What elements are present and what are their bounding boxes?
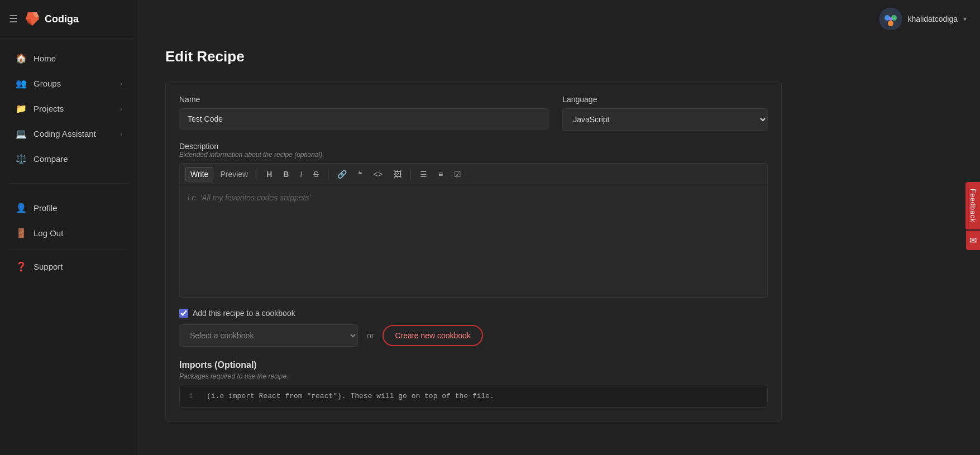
description-label: Description [179,142,768,151]
imports-code-editor[interactable]: 1 (i.e import React from "react"). These… [179,385,768,408]
chevron-right-icon: › [120,130,122,138]
sidebar-item-profile-label: Profile [34,203,58,213]
feedback-mail-button[interactable]: ✉ [966,231,980,250]
sidebar-item-logout[interactable]: 🚪 Log Out [4,221,133,245]
toolbar-separator-1 [257,169,257,180]
language-group: Language JavaScript TypeScript Python Ja… [562,95,768,131]
mail-icon: ✉ [969,236,977,245]
chevron-right-icon: › [120,105,122,113]
edit-recipe-form: Name Language JavaScript TypeScript Pyth… [165,81,782,422]
nav-main: 🏠 Home 👥 Groups › 📁 Projects › 💻 Coding … [0,39,138,179]
logo-text: Codiga [45,13,79,25]
strikethrough-btn[interactable]: S [309,167,323,181]
editor-toolbar: Write Preview H B I S 🔗 ❝ <> 🖼 ☰ [180,164,767,185]
nav-divider [9,183,129,184]
sidebar-item-home-label: Home [34,54,56,63]
username-label: khalidatcodiga [907,15,958,23]
code-btn[interactable]: <> [369,167,387,181]
projects-icon: 📁 [16,103,27,114]
codiga-logo-icon [23,10,41,28]
description-textarea[interactable]: i.e. 'All my favorites codes snippets' [180,185,767,297]
profile-icon: 👤 [16,203,27,213]
cookbook-checkbox[interactable] [179,309,188,318]
imports-hint: Packages required to use the recipe. [179,372,768,380]
sidebar-item-compare[interactable]: ⚖️ Compare [4,147,133,171]
name-input[interactable] [179,108,549,130]
description-section: Description Extended information about t… [179,142,768,298]
unordered-list-btn[interactable]: ☰ [415,167,432,181]
task-list-btn[interactable]: ☑ [450,167,466,181]
page-title: Edit Recipe [165,48,782,65]
sidebar-item-support-label: Support [34,262,63,271]
nav-divider-2 [9,250,129,250]
toolbar-separator-2 [328,169,328,180]
cookbook-section: Add this recipe to a cookbook Select a c… [179,309,768,347]
cookbook-controls: Select a cookbook or Create new cookbook [179,324,768,347]
bold-btn[interactable]: B [279,167,293,181]
preview-tab-btn[interactable]: Preview [216,167,252,181]
sidebar-item-support[interactable]: ❓ Support [4,255,133,279]
imports-label: Imports (Optional) [179,360,768,370]
quote-btn[interactable]: ❝ [353,167,367,181]
sidebar-item-projects-label: Projects [34,104,64,113]
or-text: or [367,331,374,340]
logout-icon: 🚪 [16,228,27,238]
description-hint: Extended information about the recipe (o… [179,151,768,159]
sidebar-item-home[interactable]: 🏠 Home [4,46,133,70]
code-line-1: 1 (i.e import React from "react"). These… [189,392,758,400]
name-language-row: Name Language JavaScript TypeScript Pyth… [179,95,768,131]
description-editor: Write Preview H B I S 🔗 ❝ <> 🖼 ☰ [179,163,768,298]
feedback-button[interactable]: Feedback [965,182,980,229]
form-container: Edit Recipe Name Language JavaScript Typ… [138,0,809,442]
hamburger-icon[interactable]: ☰ [9,13,18,25]
link-btn[interactable]: 🔗 [333,167,351,181]
line-code: (i.e import React from "react"). These w… [207,392,494,400]
topbar: khalidatcodiga ▾ [866,0,980,38]
italic-btn[interactable]: I [295,167,307,181]
cookbook-checkbox-label: Add this recipe to a cookbook [193,309,295,318]
sidebar-item-groups[interactable]: 👥 Groups › [4,71,133,95]
avatar-image [879,8,902,30]
sidebar-item-coding-assistant[interactable]: 💻 Coding Assistant › [4,122,133,146]
write-tab-btn[interactable]: Write [185,167,213,181]
main-content: khalidatcodiga ▾ Edit Recipe Name Langua… [138,0,980,455]
avatar [879,8,902,30]
sidebar-item-groups-label: Groups [34,79,61,88]
home-icon: 🏠 [16,53,27,64]
sidebar-item-profile[interactable]: 👤 Profile [4,196,133,220]
compare-icon: ⚖️ [16,154,27,164]
logo-wrapper: Codiga [23,10,79,28]
feedback-panel: Feedback ✉ [965,182,980,250]
sidebar-item-projects[interactable]: 📁 Projects › [4,97,133,121]
imports-section: Imports (Optional) Packages required to … [179,360,768,408]
sidebar-header: ☰ Codiga [0,0,138,39]
sidebar-item-coding-assistant-label: Coding Assistant [34,129,96,138]
create-cookbook-button[interactable]: Create new cookbook [383,325,482,346]
sidebar-item-logout-label: Log Out [34,228,63,238]
language-select[interactable]: JavaScript TypeScript Python Java C++ Go… [562,108,768,131]
cookbook-select[interactable]: Select a cookbook [179,324,358,347]
heading-btn[interactable]: H [262,167,276,181]
coding-assistant-icon: 💻 [16,128,27,139]
editor-placeholder: i.e. 'All my favorites codes snippets' [188,193,310,202]
line-number: 1 [189,392,198,400]
ordered-list-btn[interactable]: ≡ [434,167,447,181]
support-icon: ❓ [16,261,27,272]
svg-point-7 [889,17,892,21]
svg-point-6 [888,21,893,26]
sidebar: ☰ Codiga 🏠 Home 👥 Groups › � [0,0,138,455]
chevron-right-icon: › [120,80,122,88]
groups-icon: 👥 [16,78,27,89]
name-group: Name [179,95,549,131]
toolbar-separator-3 [410,169,411,180]
chevron-down-icon[interactable]: ▾ [963,15,967,23]
image-btn[interactable]: 🖼 [389,167,406,181]
nav-bottom: 👤 Profile 🚪 Log Out ❓ Support [0,188,138,286]
cookbook-checkbox-row: Add this recipe to a cookbook [179,309,768,318]
name-label: Name [179,95,549,104]
sidebar-item-compare-label: Compare [34,154,68,164]
language-label: Language [562,95,768,104]
